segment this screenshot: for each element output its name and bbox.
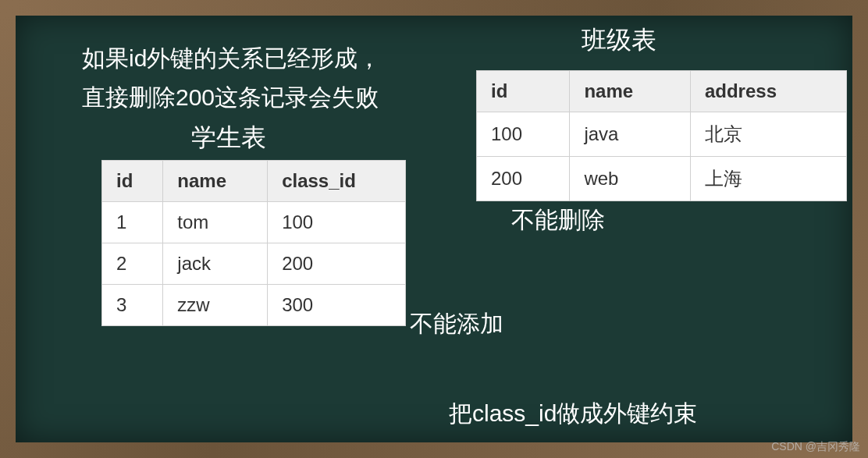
cell-class-id: 200 xyxy=(268,243,406,285)
note-line-2: 直接删除200这条记录会失败 xyxy=(82,82,379,114)
table-row: 2 jack 200 xyxy=(102,243,406,285)
table-header-row: id name address xyxy=(477,71,847,112)
cell-id: 1 xyxy=(102,202,163,243)
cell-name: jack xyxy=(163,243,268,285)
note-line-1: 如果id外键的关系已经形成， xyxy=(82,43,381,75)
cell-id: 3 xyxy=(102,285,163,326)
cell-address: 上海 xyxy=(690,157,846,201)
cell-name: tom xyxy=(163,202,268,243)
annotation-cannot-delete: 不能删除 xyxy=(511,204,605,236)
header-address: address xyxy=(690,71,846,112)
cell-name: zzw xyxy=(163,285,268,326)
header-name: name xyxy=(570,71,691,112)
cell-class-id: 100 xyxy=(268,202,406,243)
header-name: name xyxy=(163,161,268,202)
annotation-cannot-add: 不能添加 xyxy=(410,308,503,340)
cell-name: web xyxy=(570,157,691,201)
cell-name: java xyxy=(570,112,691,157)
class-table: id name address 100 java 北京 200 web 上海 xyxy=(476,70,847,201)
header-class-id: class_id xyxy=(268,161,406,202)
watermark: CSDN @吉冈秀隆 xyxy=(771,440,860,454)
annotation-fk-constraint: 把class_id做成外键约束 xyxy=(449,398,697,430)
cell-address: 北京 xyxy=(690,112,846,157)
header-id: id xyxy=(102,161,163,202)
header-id: id xyxy=(477,71,570,112)
cell-id: 100 xyxy=(477,112,570,157)
table-row: 3 zzw 300 xyxy=(102,285,406,326)
student-table-title: 学生表 xyxy=(191,121,266,155)
content-area: 如果id外键的关系已经形成， 直接删除200这条记录会失败 学生表 id nam… xyxy=(0,0,868,458)
cell-class-id: 300 xyxy=(268,285,406,326)
cell-id: 200 xyxy=(477,157,570,201)
student-table: id name class_id 1 tom 100 2 jack 200 3 … xyxy=(101,160,406,326)
class-table-title: 班级表 xyxy=(582,23,656,58)
table-row: 200 web 上海 xyxy=(477,157,847,201)
table-row: 100 java 北京 xyxy=(477,112,847,157)
table-header-row: id name class_id xyxy=(102,161,406,202)
cell-id: 2 xyxy=(102,243,163,285)
table-row: 1 tom 100 xyxy=(102,202,406,243)
